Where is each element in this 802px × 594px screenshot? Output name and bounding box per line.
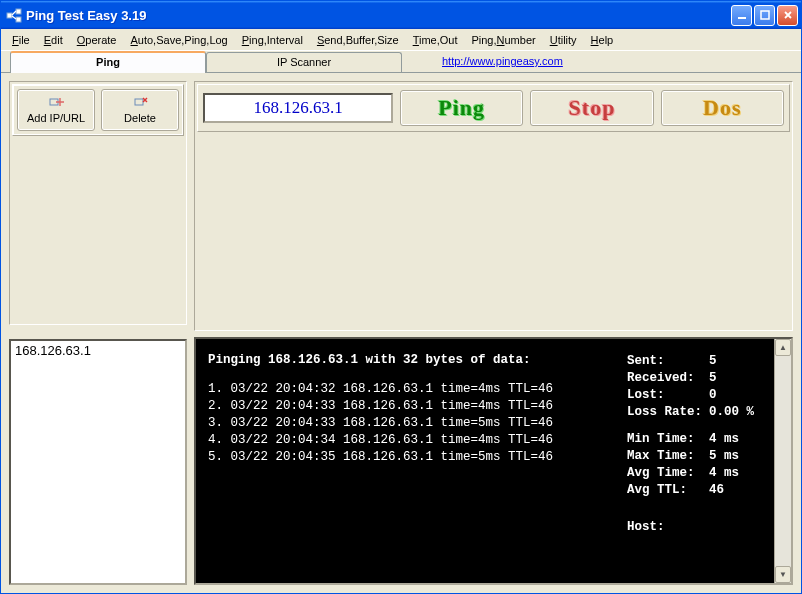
list-item[interactable]: 168.126.63.1 bbox=[15, 343, 181, 358]
svg-rect-3 bbox=[738, 17, 746, 19]
add-url-icon bbox=[48, 96, 64, 110]
console-scrollbar[interactable]: ▲ ▼ bbox=[774, 339, 791, 583]
stop-button[interactable]: Stop bbox=[530, 90, 653, 126]
ping-result-row: 1. 03/22 20:04:32 168.126.63.1 time=4ms … bbox=[208, 381, 553, 398]
window-title: Ping Test Easy 3.19 bbox=[26, 8, 731, 23]
delete-icon bbox=[132, 96, 148, 110]
ping-result-row: 5. 03/22 20:04:35 168.126.63.1 time=5ms … bbox=[208, 449, 553, 466]
right-panel: Ping Stop Dos Pinging 168.126.63.1 with … bbox=[194, 81, 793, 585]
svg-rect-1 bbox=[16, 9, 21, 14]
console-frame: Pinging 168.126.63.1 with 32 bytes of da… bbox=[194, 337, 793, 585]
delete-button[interactable]: Delete bbox=[101, 89, 179, 131]
tab-ip-scanner[interactable]: IP Scanner bbox=[206, 52, 402, 72]
menu-interval[interactable]: Ping,Interval bbox=[235, 32, 310, 48]
ping-output: Pinging 168.126.63.1 with 32 bytes of da… bbox=[196, 339, 774, 583]
menu-help[interactable]: Help bbox=[584, 32, 621, 48]
menu-timeout[interactable]: Time,Out bbox=[406, 32, 465, 48]
titlebar[interactable]: Ping Test Easy 3.19 bbox=[1, 1, 801, 29]
app-icon bbox=[6, 7, 26, 24]
left-panel: Add IP/URL Delete 168.126.63.1 bbox=[9, 81, 187, 585]
menu-autosave[interactable]: Auto,Save,Ping,Log bbox=[123, 32, 234, 48]
tab-ping[interactable]: Ping bbox=[10, 51, 206, 73]
add-ip-button[interactable]: Add IP/URL bbox=[17, 89, 95, 131]
svg-rect-6 bbox=[135, 99, 143, 105]
maximize-button[interactable] bbox=[754, 5, 775, 26]
app-window: Ping Test Easy 3.19 File Edit Operate Au… bbox=[0, 0, 802, 594]
ping-button[interactable]: Ping bbox=[400, 90, 523, 126]
ip-input[interactable] bbox=[203, 93, 393, 123]
menubar: File Edit Operate Auto,Save,Ping,Log Pin… bbox=[1, 29, 801, 51]
svg-rect-4 bbox=[761, 11, 769, 19]
svg-rect-2 bbox=[16, 17, 21, 22]
ping-result-row: 2. 03/22 20:04:33 168.126.63.1 time=4ms … bbox=[208, 398, 553, 415]
menu-file[interactable]: File bbox=[5, 32, 37, 48]
close-button[interactable] bbox=[777, 5, 798, 26]
menu-utility[interactable]: Utility bbox=[543, 32, 584, 48]
ping-result-row: 4. 03/22 20:04:34 168.126.63.1 time=4ms … bbox=[208, 432, 553, 449]
ping-result-row: 3. 03/22 20:04:33 168.126.63.1 time=5ms … bbox=[208, 415, 553, 432]
scroll-down-icon[interactable]: ▼ bbox=[775, 566, 791, 583]
website-link[interactable]: http://www.pingeasy.com bbox=[402, 52, 603, 72]
console-header: Pinging 168.126.63.1 with 32 bytes of da… bbox=[208, 353, 553, 367]
svg-rect-0 bbox=[7, 13, 12, 18]
scroll-up-icon[interactable]: ▲ bbox=[775, 339, 791, 356]
tab-row: Ping IP Scanner http://www.pingeasy.com bbox=[1, 51, 801, 73]
minimize-button[interactable] bbox=[731, 5, 752, 26]
ip-list[interactable]: 168.126.63.1 bbox=[9, 339, 187, 585]
dos-button[interactable]: Dos bbox=[661, 90, 784, 126]
main-body: Add IP/URL Delete 168.126.63.1 Ping Stop… bbox=[1, 73, 801, 593]
menu-number[interactable]: Ping,Number bbox=[464, 32, 542, 48]
menu-edit[interactable]: Edit bbox=[37, 32, 70, 48]
menu-operate[interactable]: Operate bbox=[70, 32, 124, 48]
menu-buffer[interactable]: Send,Buffer,Size bbox=[310, 32, 406, 48]
